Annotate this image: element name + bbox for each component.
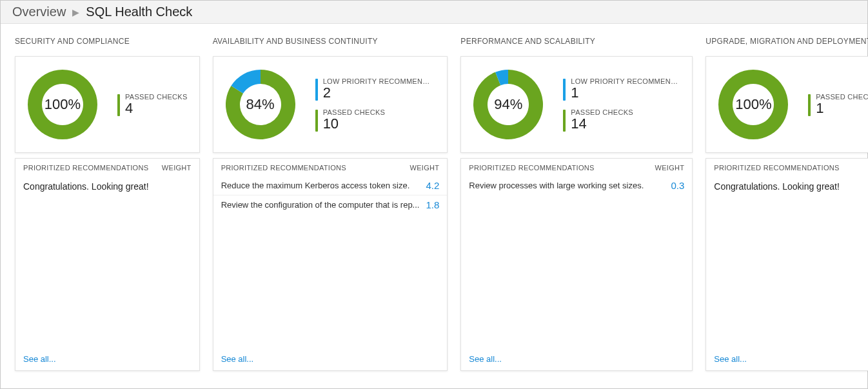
breadcrumb-current: SQL Health Check — [86, 5, 192, 19]
passed-checks-value: 1 — [816, 101, 868, 116]
recommendations-list: Congratulations. Looking great! — [15, 176, 199, 349]
recommendations-tile: PRIORITIZED RECOMMENDATIONSWEIGHT Review… — [460, 158, 693, 371]
stat-bar-icon — [563, 110, 566, 132]
app-frame: Overview ▶ SQL Health Check SECURITY AND… — [0, 0, 868, 389]
stats: LOW PRIORITY RECOMMENDATIO... 1 PASSED C… — [563, 77, 680, 132]
see-all-link[interactable]: See all... — [213, 349, 448, 370]
donut-chart-icon: 84% — [225, 69, 296, 140]
breadcrumb-root[interactable]: Overview — [12, 5, 66, 19]
recommendations-tile: PRIORITIZED RECOMMENDATIONSCongratulatio… — [705, 158, 868, 371]
passed-checks-value: 10 — [323, 116, 386, 132]
recommendation-text: Reduce the maximum Kerberos access token… — [221, 181, 410, 190]
stat-bar-icon — [808, 94, 811, 116]
recommendations-list: Reduce the maximum Kerberos access token… — [213, 176, 448, 349]
recommendation-text: Review the configuration of the computer… — [221, 200, 420, 210]
stats: LOW PRIORITY RECOMMENDATIO... 2 PASSED C… — [315, 77, 433, 132]
low-priority-value: 2 — [323, 85, 433, 101]
donut-percent: 94% — [473, 69, 544, 140]
prioritized-header-label: PRIORITIZED RECOMMENDATIONS — [469, 164, 594, 172]
recommendations-tile: PRIORITIZED RECOMMENDATIONSWEIGHT Reduce… — [213, 158, 448, 371]
recommendation-weight: 0.3 — [671, 180, 684, 191]
summary-tile[interactable]: 100% PASSED CHECKS 4 — [15, 56, 200, 153]
weight-header-label: WEIGHT — [410, 164, 440, 172]
prioritized-header-label: PRIORITIZED RECOMMENDATIONS — [23, 164, 148, 172]
section-title: UPGRADE, MIGRATION AND DEPLOYMENT — [705, 37, 868, 46]
recommendations-tile: PRIORITIZED RECOMMENDATIONSWEIGHTCongrat… — [15, 158, 200, 371]
congrats-message: Congratulations. Looking great! — [15, 176, 199, 197]
passed-checks-value: 14 — [571, 116, 633, 132]
congrats-message: Congratulations. Looking great! — [706, 176, 868, 197]
summary-tile[interactable]: 94% LOW PRIORITY RECOMMENDATIO... 1 PASS… — [460, 56, 693, 153]
stat-bar-icon — [563, 79, 566, 101]
see-all-link[interactable]: See all... — [461, 349, 692, 370]
passed-checks-stat: PASSED CHECKS 4 — [117, 93, 188, 116]
section-title: PERFORMANCE AND SCALABILITY — [460, 37, 693, 46]
recommendations-header: PRIORITIZED RECOMMENDATIONSWEIGHT — [15, 159, 199, 176]
prioritized-header-label: PRIORITIZED RECOMMENDATIONS — [714, 164, 839, 172]
low-priority-label: LOW PRIORITY RECOMMENDATIO... — [323, 77, 433, 85]
chevron-right-icon: ▶ — [72, 7, 79, 17]
weight-header-label: WEIGHT — [655, 164, 685, 172]
donut-chart-icon: 100% — [27, 69, 98, 140]
prioritized-header-label: PRIORITIZED RECOMMENDATIONS — [221, 164, 346, 172]
stat-bar-icon — [315, 110, 318, 132]
recommendation-weight: 4.2 — [426, 180, 439, 191]
low-priority-value: 1 — [571, 85, 680, 101]
stat-bar-icon — [315, 79, 318, 101]
donut-chart-icon: 94% — [473, 69, 544, 140]
donut-chart-icon: 100% — [718, 69, 789, 140]
donut-percent: 100% — [718, 69, 789, 140]
passed-checks-stat: PASSED CHECKS 10 — [315, 108, 433, 132]
see-all-link[interactable]: See all... — [15, 349, 199, 370]
card-0: SECURITY AND COMPLIANCE100% PASSED CHECK… — [15, 37, 200, 371]
recommendation-weight: 1.8 — [426, 199, 439, 210]
summary-tile[interactable]: 84% LOW PRIORITY RECOMMENDATIO... 2 PASS… — [213, 56, 448, 153]
stat-bar-icon — [117, 94, 120, 116]
section-title: SECURITY AND COMPLIANCE — [15, 37, 200, 46]
passed-checks-label: PASSED CHECKS — [125, 93, 188, 101]
weight-header-label: WEIGHT — [162, 164, 192, 172]
donut-percent: 100% — [27, 69, 98, 140]
recommendation-row[interactable]: Reduce the maximum Kerberos access token… — [213, 176, 448, 195]
recommendations-header: PRIORITIZED RECOMMENDATIONS — [706, 159, 868, 176]
low-priority-label: LOW PRIORITY RECOMMENDATIO... — [571, 77, 680, 85]
recommendation-text: Review processes with large working set … — [469, 181, 644, 190]
recommendations-header: PRIORITIZED RECOMMENDATIONSWEIGHT — [213, 159, 448, 176]
donut-percent: 84% — [225, 69, 296, 140]
card-1: AVAILABILITY AND BUSINESS CONTINUITY84% … — [213, 37, 448, 371]
stats: PASSED CHECKS 4 — [117, 93, 188, 116]
recommendations-list: Congratulations. Looking great! — [706, 176, 868, 349]
card-2: PERFORMANCE AND SCALABILITY94% LOW PRIOR… — [460, 37, 693, 371]
summary-tile[interactable]: 100% PASSED CHECKS 1 — [705, 56, 868, 153]
passed-checks-stat: PASSED CHECKS 1 — [808, 93, 868, 116]
recommendations-header: PRIORITIZED RECOMMENDATIONSWEIGHT — [461, 159, 692, 176]
low-priority-stat: LOW PRIORITY RECOMMENDATIO... 1 — [563, 77, 680, 101]
recommendation-row[interactable]: Review the configuration of the computer… — [213, 195, 448, 214]
section-title: AVAILABILITY AND BUSINESS CONTINUITY — [213, 37, 448, 46]
see-all-link[interactable]: See all... — [706, 349, 868, 370]
card-3: UPGRADE, MIGRATION AND DEPLOYMENT100% PA… — [705, 37, 868, 371]
low-priority-stat: LOW PRIORITY RECOMMENDATIO... 2 — [315, 77, 433, 101]
recommendation-row[interactable]: Review processes with large working set … — [461, 176, 692, 195]
recommendations-list: Review processes with large working set … — [461, 176, 692, 349]
dashboard-cards: SECURITY AND COMPLIANCE100% PASSED CHECK… — [1, 24, 867, 377]
stats: PASSED CHECKS 1 — [808, 93, 868, 116]
passed-checks-value: 4 — [125, 101, 188, 116]
breadcrumb: Overview ▶ SQL Health Check — [1, 1, 867, 24]
passed-checks-stat: PASSED CHECKS 14 — [563, 108, 680, 132]
